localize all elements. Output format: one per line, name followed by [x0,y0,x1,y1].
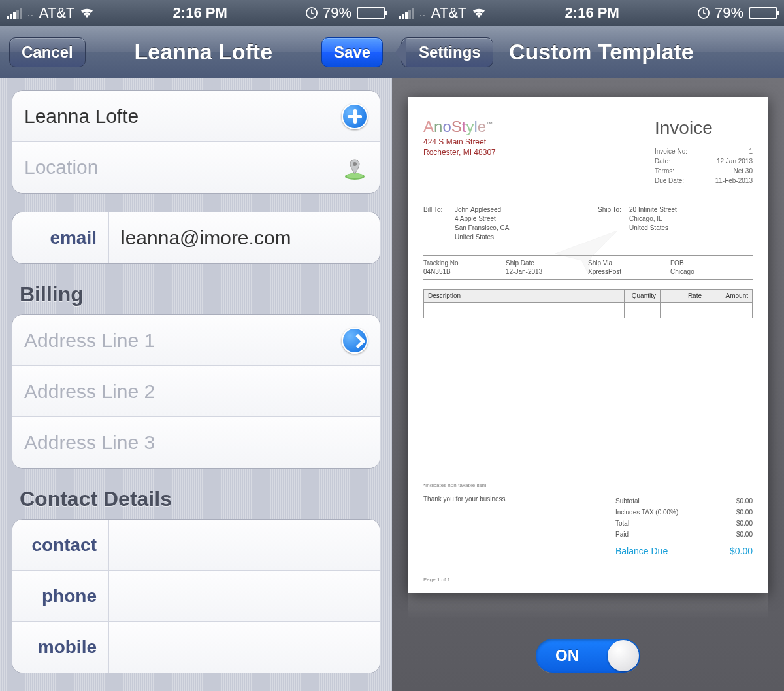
billing-header: Billing [20,282,372,307]
address2-placeholder: Address Line 2 [24,380,368,403]
paper-plane-icon [552,228,624,280]
totals-block: Subtotal$0.00 Includes TAX (0.00%)$0.00 … [615,496,753,558]
carrier-label: AT&T [39,5,75,22]
form-scroll[interactable]: Leanna Lofte Location email leanna@imore… [0,78,392,691]
tax-note: *Indicates non-taxable item [423,482,753,490]
invoice-title: Invoice [655,118,753,139]
clock-icon [698,7,710,19]
name-row[interactable]: Leanna Lofte [12,91,380,142]
toggle-knob [608,640,639,671]
carrier-label: AT&T [431,5,467,22]
address1-placeholder: Address Line 1 [24,329,342,352]
phone-label: phone [24,571,109,621]
clock-icon [306,7,318,19]
clock-time: 2:16 PM [173,5,227,22]
nav-bar: Cancel Leanna Lofte Save [0,26,392,78]
signal-icon [7,8,22,19]
address3-row[interactable]: Address Line 3 [12,417,380,468]
invoice-preview: AnoStyle™ 424 S Main Street Rochester, M… [408,97,768,593]
save-button[interactable]: Save [321,37,383,67]
phone-row[interactable]: phone [12,571,380,622]
cancel-button[interactable]: Cancel [9,37,86,67]
brand-logo: AnoStyle™ [423,118,496,136]
contact-header: Contact Details [20,487,372,511]
nav-bar: Settings Custom Template [392,26,784,78]
contact-row[interactable]: contact [12,520,380,571]
page-title: Leanna Lofte [135,39,273,65]
status-bar: .. AT&T 2:16 PM 79% [392,0,784,26]
template-preview-area: AnoStyle™ 424 S Main Street Rochester, M… [392,78,784,691]
email-row[interactable]: email leanna@imore.com [12,212,380,263]
wifi-icon [80,7,94,19]
chevron-right-icon[interactable] [342,328,368,354]
invoice-meta: Invoice No:1 Date:12 Jan 2013 Terms:Net … [655,146,753,186]
map-pin-icon[interactable] [342,154,368,180]
email-value: leanna@imore.com [109,227,368,249]
clock-time: 2:16 PM [565,5,619,22]
address2-row[interactable]: Address Line 2 [12,366,380,417]
reflection [408,593,768,619]
toggle-label: ON [555,647,579,665]
address3-placeholder: Address Line 3 [24,431,368,454]
svg-point-3 [353,162,357,166]
name-value: Leanna Lofte [24,105,342,127]
line-items-table: Description Quantity Rate Amount [423,289,753,318]
battery-percent: 79% [715,5,743,22]
page-title: Custom Template [509,39,694,65]
location-placeholder: Location [24,156,342,178]
brand-address: 424 S Main Street Rochester, MI 48307 [423,137,496,158]
mobile-label: mobile [24,622,109,673]
page-number: Page 1 of 1 [423,577,753,582]
address1-row[interactable]: Address Line 1 [12,315,380,366]
settings-back-button[interactable]: Settings [401,37,493,67]
status-bar: .. AT&T 2:16 PM 79% [0,0,392,26]
thanks-note: Thank you for your business [423,496,615,558]
contact-label: contact [24,520,109,570]
email-label: email [24,212,109,263]
plus-icon[interactable] [342,103,368,129]
battery-icon [357,7,385,19]
battery-percent: 79% [323,5,351,22]
wifi-icon [472,7,486,19]
signal-icon [399,8,414,19]
battery-icon [749,7,777,19]
template-toggle[interactable]: ON [536,639,640,673]
mobile-row[interactable]: mobile [12,622,380,673]
location-row[interactable]: Location [12,142,380,193]
